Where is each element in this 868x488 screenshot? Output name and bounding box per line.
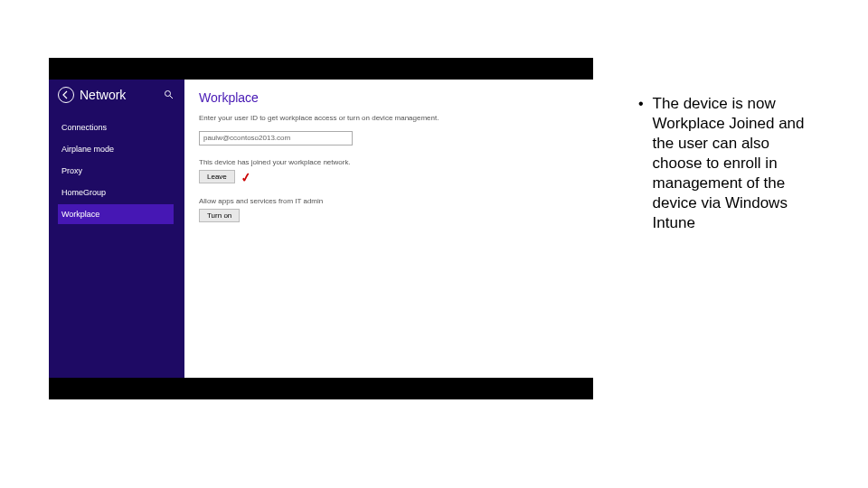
svg-line-1 [170,96,173,99]
settings-window: Network Connections Airplane mode Proxy … [49,80,593,378]
leave-row: Leave ✓ [199,170,579,184]
search-icon[interactable] [164,89,174,101]
sidebar-items: Connections Airplane mode Proxy HomeGrou… [58,117,174,224]
sidebar-item-workplace[interactable]: Workplace [58,204,174,224]
checkmark-icon: ✓ [240,169,252,185]
settings-sidebar: Network Connections Airplane mode Proxy … [49,80,184,378]
user-id-input[interactable] [199,131,353,145]
bullet-icon: • [638,94,644,233]
caption-column: • The device is now Workplace Joined and… [638,94,816,233]
allow-apps-text: Allow apps and services from IT admin [199,197,579,205]
turn-on-button[interactable]: Turn on [199,209,240,222]
turnon-row: Turn on [199,209,579,222]
sidebar-header: Network [58,87,174,103]
content-pane: Workplace Enter your user ID to get work… [184,80,593,378]
caption-bullet: • The device is now Workplace Joined and… [638,94,816,233]
sidebar-item-proxy[interactable]: Proxy [58,161,174,181]
svg-point-0 [165,90,171,96]
caption-text: The device is now Workplace Joined and t… [653,94,816,233]
screenshot-panel: Network Connections Airplane mode Proxy … [49,58,593,399]
sidebar-item-connections[interactable]: Connections [58,117,174,137]
instruction-text: Enter your user ID to get workplace acce… [199,114,579,122]
back-icon[interactable] [58,87,74,103]
leave-button[interactable]: Leave [199,170,235,183]
sidebar-item-airplane[interactable]: Airplane mode [58,139,174,159]
sidebar-title: Network [80,88,158,102]
page-title: Workplace [199,90,579,105]
joined-status-text: This device has joined your workplace ne… [199,158,579,166]
screenshot-frame: Network Connections Airplane mode Proxy … [49,58,593,399]
sidebar-item-homegroup[interactable]: HomeGroup [58,183,174,202]
